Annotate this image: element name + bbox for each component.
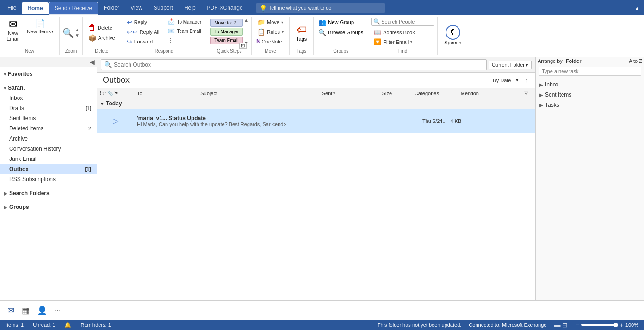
team-email-button[interactable]: 📧 Team Email <box>165 27 204 35</box>
qs-item-1[interactable]: Move to: ? <box>210 19 243 27</box>
tab-help[interactable]: Help <box>179 2 201 14</box>
qs-item-3[interactable]: Team Email <box>210 37 243 44</box>
mail-nav-icon[interactable]: ✉ <box>6 304 16 318</box>
group-quick-steps: Move to: ? To Manager Team Email ▲ ▼ ⊡ Q… <box>207 17 252 55</box>
sidebar-item-conversation-history[interactable]: Conversation History <box>0 144 97 154</box>
right-folder-inbox[interactable]: ▶ Inbox <box>536 79 644 90</box>
tab-folder[interactable]: Folder <box>98 2 125 14</box>
people-nav-icon[interactable]: 👤 <box>35 304 49 318</box>
sidebar-item-archive[interactable]: Archive <box>0 134 97 144</box>
delete-button[interactable]: 🗑 Delete <box>86 23 118 33</box>
search-people-box[interactable]: 🔍 <box>371 18 434 26</box>
favorites-header[interactable]: ▾ Favorites <box>0 69 97 79</box>
reply-all-button[interactable]: ↩↩ Reply All <box>124 27 162 37</box>
respond-more-button[interactable]: ⋮ <box>165 36 204 44</box>
sort-btn[interactable]: ▾ <box>514 76 520 84</box>
tags-button[interactable]: 🏷 Tags <box>292 22 310 43</box>
arrange-sort-value[interactable]: A to Z <box>629 58 642 64</box>
view-icon-2[interactable]: ⊟ <box>562 321 568 329</box>
more-nav-btn[interactable]: ··· <box>53 305 62 317</box>
sidebar-item-junk-email[interactable]: Junk Email <box>0 154 97 164</box>
deleted-items-label: Deleted Items <box>9 125 43 132</box>
search-people-input[interactable] <box>381 19 432 24</box>
folder-header: Outbox By Date ▾ ↑ <box>97 73 535 88</box>
sidebar-item-inbox[interactable]: Inbox <box>0 93 97 103</box>
zoom-plus[interactable]: + <box>620 321 624 329</box>
search-bar-container[interactable]: 🔍 <box>101 59 487 70</box>
sidebar-item-outbox[interactable]: Outbox [1] <box>0 164 97 174</box>
search-current-folder-btn[interactable]: Current Folder ▾ <box>489 61 532 69</box>
ribbon-collapse-btn[interactable]: ▲ <box>632 6 642 11</box>
sidebar-item-sent-items[interactable]: Sent Items <box>0 113 97 123</box>
sidebar-item-drafts[interactable]: Drafts [1] <box>0 103 97 113</box>
view-icon-1[interactable]: ▬ <box>554 321 560 329</box>
zoom-slider[interactable] <box>581 324 618 326</box>
sidebar: ◀ ▾ Favorites ▾ Sarah. Inbox Drafts [1] … <box>0 57 97 300</box>
sent-sort-arrow: ▾ <box>333 91 335 96</box>
onenote-button[interactable]: N OneNote <box>254 37 284 46</box>
tab-home[interactable]: Home <box>22 2 48 14</box>
reply-button[interactable]: ↩ Reply <box>124 18 162 27</box>
col-size-header[interactable]: Size <box>379 89 412 98</box>
sidebar-item-deleted-items[interactable]: Deleted Items 2 <box>0 123 97 134</box>
col-sent-header[interactable]: Sent ▾ <box>319 89 379 98</box>
sort-expand-btn[interactable]: ↑ <box>523 76 530 85</box>
col-subject-header[interactable]: Subject <box>198 89 319 98</box>
rules-button[interactable]: 📋 Rules ▾ <box>254 27 286 37</box>
search-folders-header[interactable]: ▶ Search Folders <box>0 188 97 198</box>
zoom-minus[interactable]: − <box>575 321 579 329</box>
groups-sidebar-header[interactable]: ▶ Groups <box>0 202 97 212</box>
new-group-button[interactable]: 👥 New Group <box>316 18 365 27</box>
sidebar-item-rss-subscriptions[interactable]: RSS Subscriptions <box>0 174 97 184</box>
col-to-header[interactable]: To <box>134 89 198 98</box>
zoom-controls: ▲ ▼ <box>75 27 80 38</box>
task-new-input[interactable] <box>542 68 638 74</box>
speech-button[interactable]: 🎙 Speech <box>440 23 465 47</box>
drafts-label: Drafts <box>9 105 24 111</box>
filter-email-button[interactable]: 🔽 Filter Email ▾ <box>371 37 434 46</box>
account-header[interactable]: ▾ Sarah. <box>0 83 97 93</box>
arrange-value[interactable]: Folder <box>566 58 582 64</box>
right-folder-sent-items[interactable]: ▶ Sent Items <box>536 90 644 100</box>
search-outbox-input[interactable] <box>114 61 483 68</box>
reply-icon: ↩ <box>127 18 132 26</box>
col-filter-header[interactable]: ▽ <box>521 88 535 98</box>
search-bar-icon: 🔍 <box>104 61 112 68</box>
qs-scroll-up[interactable]: ▲ <box>244 18 248 23</box>
zoom-thumb <box>613 323 618 327</box>
col-mention-header[interactable]: Mention <box>458 89 521 98</box>
tab-view[interactable]: View <box>125 2 148 14</box>
bell-icon[interactable]: 🔔 <box>64 322 71 328</box>
to-manager-button[interactable]: 📩 To Manager <box>165 18 204 26</box>
qs-item-2[interactable]: To Manager <box>210 28 243 36</box>
arrange-bar: Arrange by: Folder A to Z <box>536 57 644 65</box>
move-button[interactable]: 📁 Move ▾ <box>254 18 286 27</box>
calendar-nav-icon[interactable]: ▦ <box>20 304 31 318</box>
today-header[interactable]: ▾ Today <box>97 98 535 109</box>
move-arrow: ▾ <box>281 20 283 24</box>
right-folder-tasks[interactable]: ▶ Tasks <box>536 100 644 110</box>
new-email-button[interactable]: ✉ NewEmail <box>3 18 23 43</box>
forward-button[interactable]: ↪ Forward <box>124 37 162 46</box>
tab-support[interactable]: Support <box>148 2 179 14</box>
tab-pdf-xchange[interactable]: PDF-XChange <box>201 2 248 14</box>
account-section: ▾ Sarah. Inbox Drafts [1] Sent Items Del… <box>0 81 97 186</box>
sidebar-collapse-btn[interactable]: ◀ <box>90 58 95 66</box>
task-input-container[interactable] <box>539 67 641 76</box>
tab-send-receive[interactable]: Send / Receive <box>49 2 98 15</box>
col-categories-header[interactable]: Categories <box>412 89 458 98</box>
tab-file[interactable]: File <box>2 2 22 14</box>
tell-me-box[interactable]: 💡 Tell me what you want to do <box>256 3 385 13</box>
qs-settings[interactable]: ⊡ <box>239 43 247 49</box>
new-items-button[interactable]: 📄 New Items ▾ <box>24 18 56 36</box>
task-col-icon: ⚑ <box>114 91 118 96</box>
address-book-button[interactable]: 📖 Address Book <box>371 28 434 37</box>
archive-button[interactable]: 📦 Archive <box>86 33 118 43</box>
browse-groups-button[interactable]: 🔍 Browse Groups <box>316 28 365 37</box>
group-new: ✉ NewEmail 📄 New Items ▾ New <box>0 17 60 55</box>
col-icons: ! ☆ 📎 ⚑ <box>97 89 134 98</box>
zoom-up[interactable]: ▲ <box>75 27 80 33</box>
zoom-down[interactable]: ▼ <box>75 33 80 38</box>
group-delete: 🗑 Delete 📦 Archive Delete <box>83 17 121 55</box>
email-row[interactable]: ▷ 'maria_v1... Status Update Hi Maria, C… <box>97 109 535 133</box>
